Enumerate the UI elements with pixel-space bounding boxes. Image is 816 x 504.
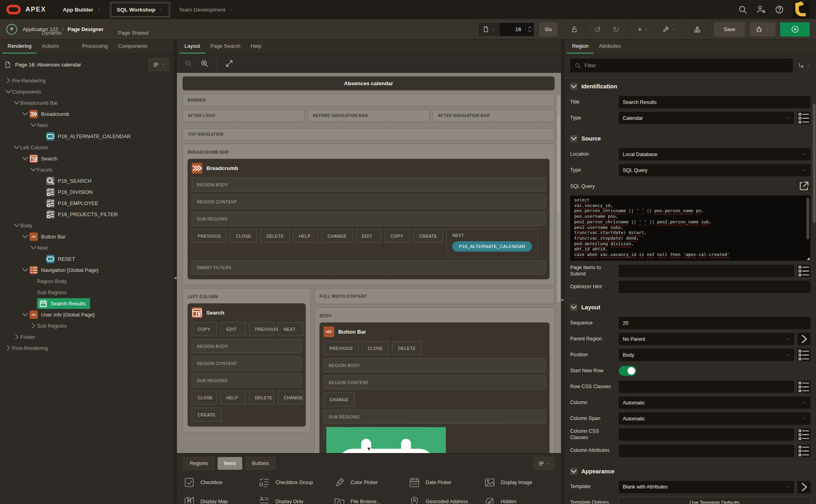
- tree-item-next[interactable]: Next: [0, 242, 173, 253]
- search-region-header[interactable]: Search: [192, 307, 302, 318]
- previous-button[interactable]: PREVIOUS: [249, 322, 275, 336]
- collapse-toggle-icon[interactable]: [570, 83, 577, 90]
- quick-pick-list-button[interactable]: [797, 112, 810, 124]
- filter-input[interactable]: [585, 63, 789, 68]
- go-to-component-button[interactable]: [797, 333, 810, 345]
- collapse-toggle-icon[interactable]: [570, 135, 577, 142]
- sequence-input[interactable]: [619, 317, 810, 329]
- copy-button[interactable]: COPY: [192, 322, 217, 336]
- utilities-wrench-icon[interactable]: [658, 22, 681, 37]
- chevron-down-icon[interactable]: [22, 233, 29, 240]
- gallery-item-geocoded-address[interactable]: Geocoded Address: [408, 494, 479, 504]
- gallery-item-checkbox[interactable]: Checkbox: [183, 475, 254, 490]
- chevron-right-icon[interactable]: [5, 77, 12, 84]
- tab-right-attributes[interactable]: Attributes: [594, 39, 626, 54]
- title-input[interactable]: [619, 96, 810, 108]
- button-bar-region-header[interactable]: </> Button Bar: [324, 326, 545, 337]
- editor-scrollbar-thumb[interactable]: [806, 197, 809, 239]
- delete-button[interactable]: DELETE: [249, 391, 275, 404]
- save-button[interactable]: Save: [714, 22, 745, 37]
- gallery-item-display-map[interactable]: Display Map: [183, 494, 254, 504]
- tree-item-body[interactable]: Body: [0, 220, 173, 231]
- apex-brand[interactable]: APEX: [6, 5, 46, 14]
- sql-query-editor[interactable]: selectvac.vacancy_id,peo.person_chrisnam…: [570, 195, 810, 261]
- tree-item-p16-employee[interactable]: P16_EMPLOYEE: [0, 197, 173, 209]
- type-select[interactable]: SQL Query: [619, 164, 810, 176]
- gallery-item-display-only[interactable]: Display Only: [258, 494, 329, 504]
- chevron-down-icon[interactable]: [5, 88, 12, 95]
- gallery-item-display-image[interactable]: Display Image: [484, 475, 555, 490]
- tree-item-search[interactable]: Search: [0, 153, 173, 164]
- chevron-down-icon[interactable]: [22, 155, 29, 162]
- page-items-to-submit-input[interactable]: [619, 265, 794, 277]
- zoom-in-icon[interactable]: [200, 59, 209, 68]
- column-select[interactable]: Automatic: [619, 397, 810, 409]
- use-template-defaults-button[interactable]: Use Template Defaults: [619, 497, 810, 504]
- quick-pick-list-button[interactable]: [797, 428, 810, 441]
- tree-root-label[interactable]: Page 16: Absences calendar: [15, 62, 81, 68]
- previous-button[interactable]: PREVIOUS: [324, 341, 359, 355]
- menu-sql-workshop[interactable]: SQL Workshop: [111, 3, 169, 17]
- tree-item-breadcrumb[interactable]: Breadcrumb: [0, 108, 173, 119]
- tree-item-sub-regions[interactable]: Sub Regions: [0, 320, 173, 331]
- type-select[interactable]: Calendar: [619, 112, 794, 124]
- gallery-menu-button[interactable]: [534, 457, 555, 470]
- lock-icon[interactable]: [567, 22, 581, 37]
- left-splitter[interactable]: ◀: [173, 40, 177, 504]
- tree-item-navigation-global-page[interactable]: Navigation [Global Page]: [0, 264, 173, 275]
- row-css-classes-input[interactable]: [619, 381, 794, 393]
- page-select-button[interactable]: [479, 23, 500, 36]
- tab-center-layout[interactable]: Layout: [179, 39, 205, 54]
- close-button[interactable]: CLOSE: [230, 229, 257, 243]
- chevron-down-icon[interactable]: [13, 99, 20, 106]
- gallery-item-date-picker[interactable]: Date Picker: [408, 475, 479, 490]
- change-button[interactable]: CHANGE: [278, 391, 303, 404]
- chevron-down-icon[interactable]: [22, 311, 29, 318]
- tree-item-p16-division[interactable]: P16_DIVISION: [0, 186, 173, 197]
- change-button[interactable]: CHANGE: [322, 229, 353, 243]
- create-button[interactable]: CREATE: [413, 229, 443, 243]
- gallery-tab-items[interactable]: Items: [218, 457, 243, 470]
- tab-left-dynamic-actions[interactable]: Dynamic Actions: [37, 26, 77, 54]
- right-splitter[interactable]: ▶: [561, 40, 565, 504]
- gallery-tab-buttons[interactable]: Buttons: [245, 457, 275, 470]
- menu-app-builder[interactable]: App Builder: [57, 3, 107, 17]
- quick-pick-list-button[interactable]: [797, 381, 810, 393]
- edit-button[interactable]: EDIT: [356, 229, 381, 243]
- start-new-row-toggle[interactable]: [619, 366, 636, 376]
- create-button[interactable]: CREATE: [192, 408, 222, 422]
- chevron-down-icon[interactable]: [13, 144, 20, 151]
- tree-item-search-results[interactable]: Search Results: [0, 298, 173, 309]
- quick-pick-list-button[interactable]: [797, 265, 810, 277]
- tree-item-region-body[interactable]: Region Body: [0, 275, 173, 287]
- search-region-card[interactable]: Search COPYEDITPREVIOUSNEXT REGION BODY …: [188, 303, 306, 426]
- edit-button[interactable]: EDIT: [220, 322, 246, 336]
- editor-resize-handle[interactable]: ◢: [807, 256, 810, 260]
- location-select[interactable]: Local Database: [619, 148, 810, 160]
- go-button[interactable]: Go: [539, 22, 557, 37]
- tab-left-rendering[interactable]: Rendering: [2, 39, 37, 54]
- menu-team-development[interactable]: Team Development: [173, 3, 239, 17]
- previous-button[interactable]: PREVIOUS: [192, 229, 227, 243]
- gallery-tab-regions[interactable]: Regions: [183, 457, 214, 470]
- copy-button[interactable]: COPY: [384, 229, 410, 243]
- breadcrumb-region-card[interactable]: Breadcrumb REGION BODY REGION CONTENT SU…: [188, 159, 549, 279]
- tree-item-p16-alternate-calendar[interactable]: P16_ALTERNATE_CALENDAR: [0, 131, 173, 142]
- quick-pick-list-button[interactable]: [797, 349, 810, 361]
- tree-item-p16-projects-filter[interactable]: P16_PROJECTS_FILTER: [0, 209, 173, 220]
- tree-menu-button[interactable]: [149, 58, 169, 71]
- template-select[interactable]: Blank with Attributes: [619, 481, 794, 493]
- search-icon[interactable]: [738, 5, 747, 14]
- zoom-out-icon[interactable]: [184, 59, 192, 68]
- tree-item-p16-search[interactable]: P16_SEARCH: [0, 175, 173, 186]
- debug-button[interactable]: [750, 22, 775, 37]
- administration-icon[interactable]: [756, 5, 766, 14]
- canvas-scrollbar-thumb[interactable]: [557, 116, 560, 211]
- tree-item-footer[interactable]: Footer: [0, 331, 173, 342]
- chevron-down-icon[interactable]: [30, 121, 37, 129]
- tree-item-reset[interactable]: RESET: [0, 253, 173, 264]
- tree-item-sub-regions[interactable]: Sub Regions: [0, 287, 173, 298]
- create-icon[interactable]: +: [633, 22, 653, 37]
- tab-right-region[interactable]: Region: [567, 39, 594, 54]
- chevron-down-icon[interactable]: [22, 266, 29, 273]
